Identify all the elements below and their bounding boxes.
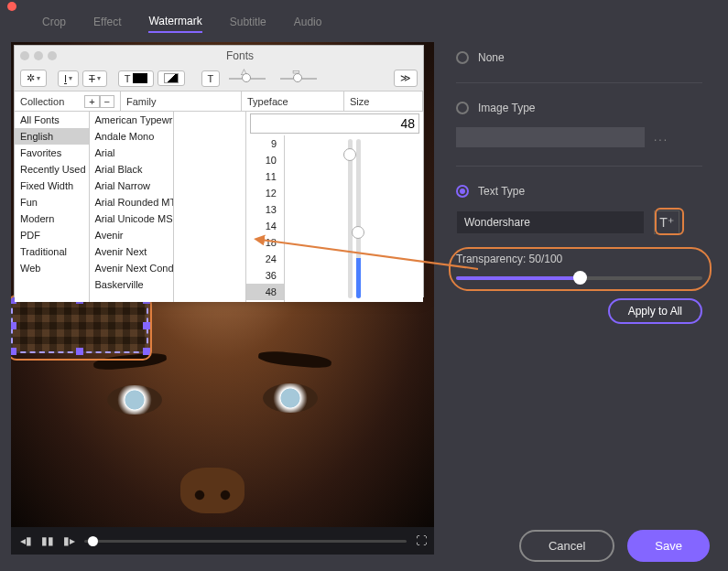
list-item[interactable]: 24 (246, 251, 284, 267)
list-item[interactable]: Web (15, 260, 89, 276)
col-size-header: Size (344, 92, 423, 111)
list-item[interactable]: Baskerville (90, 276, 174, 293)
player-next[interactable]: ▮▸ (63, 534, 75, 547)
list-item[interactable]: 14 (246, 218, 284, 234)
transparency-knob[interactable] (573, 271, 587, 285)
side-panel: None Image Type ... Text Type T⁺ (441, 42, 717, 555)
list-item[interactable]: Arial Rounded MT B (90, 194, 174, 210)
fonts-gear-button[interactable]: ✲ ▾ (20, 70, 47, 87)
list-item[interactable]: Traditional (15, 243, 89, 260)
mac-window-dots[interactable] (20, 51, 57, 60)
list-item[interactable]: Fixed Width (15, 178, 89, 194)
list-item[interactable]: Avenir (90, 227, 174, 243)
list-item[interactable]: English (15, 128, 89, 145)
cancel-button[interactable]: Cancel (519, 530, 614, 562)
list-item[interactable]: Andale Mono (90, 128, 174, 145)
font-options-button[interactable]: T⁺ (654, 210, 679, 234)
size-list[interactable]: 9101112131418243648 (246, 135, 285, 302)
list-item[interactable]: Fun (15, 194, 89, 210)
fonts-textcolor-button[interactable]: T (118, 70, 154, 87)
list-item[interactable]: 12 (246, 185, 284, 201)
family-list[interactable]: American TypewriteAndale MonoArialArial … (90, 112, 175, 302)
list-item[interactable]: Favorites (15, 145, 89, 161)
transparency-slider[interactable] (456, 276, 702, 280)
radio-text-row[interactable]: Text Type (456, 185, 702, 198)
tab-effect[interactable]: Effect (93, 16, 121, 32)
list-item[interactable]: 10 (246, 152, 284, 168)
list-item[interactable]: Arial Black (90, 161, 174, 178)
fonts-slider-b[interactable]: ▭ (280, 78, 317, 80)
radio-none[interactable] (456, 51, 469, 64)
apply-to-all-button[interactable]: Apply to All (608, 298, 702, 324)
fonts-panel: Fonts ✲ ▾ I ▾ T ▾ T T △ ▭ ≫ (14, 45, 424, 297)
player-controls: ◂▮ ▮▮ ▮▸ ⛶ (11, 527, 434, 555)
list-item[interactable]: 48 (246, 284, 284, 300)
list-item[interactable]: 11 (246, 168, 284, 185)
collection-list[interactable]: All FontsEnglishFavoritesRecently UsedFi… (15, 112, 90, 302)
size-vslider-b[interactable] (356, 139, 361, 298)
list-item[interactable]: Arial Narrow (90, 178, 174, 194)
list-item[interactable]: Avenir Next Conder (90, 260, 174, 276)
watermark-bounding-box[interactable] (11, 298, 148, 353)
list-item[interactable]: Arial Unicode MS (90, 210, 174, 227)
size-vslider-a[interactable] (348, 139, 353, 298)
tab-watermark[interactable]: Watermark (148, 15, 201, 33)
list-item[interactable]: Modern (15, 210, 89, 227)
collection-add-remove[interactable]: +− (84, 95, 114, 108)
list-item[interactable]: 9 (246, 135, 284, 152)
image-well[interactable] (456, 127, 645, 147)
col-collection-header: Collection+− (15, 92, 121, 111)
tab-audio[interactable]: Audio (294, 16, 322, 32)
watermark-text-input[interactable] (456, 210, 645, 234)
radio-image-row[interactable]: Image Type (456, 102, 702, 114)
progress-thumb[interactable] (88, 536, 98, 546)
fonts-bgcolor-button[interactable] (158, 70, 185, 86)
tab-subtitle[interactable]: Subtitle (230, 16, 266, 32)
browse-image-button[interactable]: ... (654, 131, 668, 144)
typeface-list[interactable] (174, 112, 246, 302)
save-button[interactable]: Save (627, 530, 710, 562)
tab-bar: Crop Effect Watermark Subtitle Audio (0, 13, 728, 35)
col-typeface-header: Typeface (242, 92, 344, 111)
player-pause[interactable]: ▮▮ (41, 534, 54, 547)
label-text: Text Type (478, 185, 525, 198)
list-item[interactable]: PDF (15, 227, 89, 243)
player-prev[interactable]: ◂▮ (20, 534, 32, 547)
radio-text[interactable] (456, 185, 469, 198)
fonts-underline-button[interactable]: I ▾ (58, 70, 79, 87)
list-item[interactable]: 18 (246, 234, 284, 251)
list-item[interactable]: 13 (246, 201, 284, 218)
tab-crop[interactable]: Crop (42, 16, 66, 32)
radio-none-row[interactable]: None (456, 51, 702, 64)
fonts-more-button[interactable]: ≫ (394, 70, 418, 87)
transparency-label: Transparency: 50/100 (456, 253, 702, 265)
list-item[interactable]: Avenir Next (90, 243, 174, 260)
fonts-strike-button[interactable]: T ▾ (82, 70, 107, 87)
col-family-header: Family (121, 92, 242, 111)
list-item[interactable]: All Fonts (15, 112, 89, 128)
fonts-title: Fonts (62, 49, 418, 62)
close-window-dot[interactable] (7, 2, 16, 11)
radio-image[interactable] (456, 102, 469, 114)
preview-image: Fonts ✲ ▾ I ▾ T ▾ T T △ ▭ ≫ (11, 42, 434, 527)
fonts-slider-a[interactable]: △ (229, 78, 266, 80)
list-item[interactable]: Recently Used (15, 161, 89, 178)
list-item[interactable]: American Typewrite (90, 112, 174, 128)
list-item[interactable]: Arial (90, 145, 174, 161)
preview-panel: Fonts ✲ ▾ I ▾ T ▾ T T △ ▭ ≫ (11, 42, 434, 555)
label-none: None (478, 51, 505, 64)
size-input[interactable] (250, 113, 419, 134)
list-item[interactable]: 36 (246, 267, 284, 284)
label-image: Image Type (478, 102, 535, 114)
fonts-t-button[interactable]: T (201, 70, 221, 87)
player-progress[interactable] (84, 540, 407, 543)
player-fullscreen[interactable]: ⛶ (416, 534, 425, 547)
